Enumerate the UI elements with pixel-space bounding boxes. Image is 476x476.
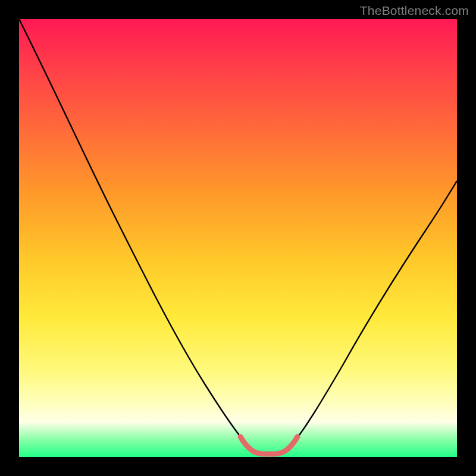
curve-layer <box>19 19 457 457</box>
watermark-text: TheBottleneck.com <box>360 4 469 18</box>
chart-frame: TheBottleneck.com <box>0 0 476 476</box>
plot-area <box>19 19 457 457</box>
plateau-marker <box>240 437 298 454</box>
bottleneck-curve <box>19 19 457 453</box>
